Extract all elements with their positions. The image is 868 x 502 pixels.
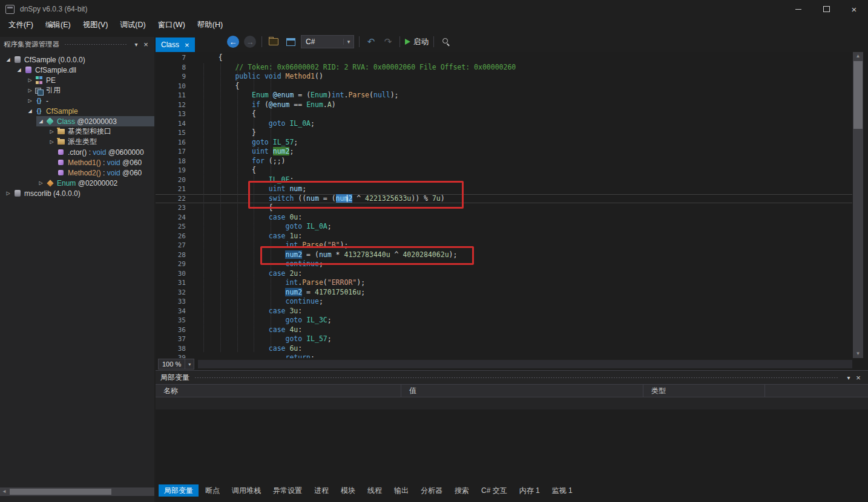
collapsed-icon[interactable]: ▷ [36,180,45,186]
code-line-33[interactable]: 33 continue; [156,297,852,307]
bottom-tab[interactable]: 模块 [335,484,361,497]
collapsed-icon[interactable]: ▷ [47,139,56,145]
code-line-24[interactable]: 24 case 0u: [156,213,852,223]
tab-close-icon[interactable]: × [185,41,189,49]
expanded-icon[interactable]: ◢ [25,108,35,114]
bottom-tab[interactable]: 监视 1 [547,484,578,497]
collapsed-icon[interactable]: ▷ [47,129,56,134]
code-line-29[interactable]: 29 continue; [156,259,852,269]
bottom-tab[interactable]: 断点 [200,484,225,497]
code-line-7[interactable]: 7 { [156,53,852,63]
code-line-17[interactable]: 17 uint num2; [156,147,852,157]
bottom-tab[interactable]: 输出 [389,484,414,497]
undo-button[interactable]: ↶ [364,34,378,49]
close-button[interactable]: × [840,0,868,18]
bottom-tab[interactable]: 内存 1 [514,484,545,497]
collapsed-icon[interactable]: ▷ [25,98,35,103]
code-line-26[interactable]: 26 case 1u: [156,232,852,241]
tree-item[interactable]: ▷基类型和接口 [0,126,154,137]
sidebar-horizontal-scrollbar[interactable]: ◄ ► [0,487,154,496]
menu-item[interactable]: 窗口(W) [152,18,191,31]
code-editor[interactable]: 7 {8 // Token: 0x06000002 RID: 2 RVA: 0x… [156,52,868,358]
code-line-21[interactable]: 21 uint num; [156,184,852,194]
code-line-30[interactable]: 30 case 2u: [156,269,852,279]
bottom-tab[interactable]: 线程 [362,484,387,497]
bottom-tab[interactable]: 调用堆栈 [226,484,266,497]
tree-item[interactable]: ▷PE [0,75,154,85]
maximize-button[interactable] [812,0,840,18]
panel-menu-button[interactable]: ▾ [131,41,141,48]
menu-item[interactable]: 文件(F) [2,18,39,31]
code-line-18[interactable]: 18 for (;;) [156,157,852,166]
code-line-31[interactable]: 31 int.Parse("ERROR"); [156,278,852,288]
menu-item[interactable]: 调试(D) [114,18,151,31]
code-line-35[interactable]: 35 goto IL_3C; [156,316,852,325]
menu-item[interactable]: 视图(V) [77,18,114,31]
locals-body[interactable] [156,409,868,484]
search-button[interactable] [439,34,452,49]
language-select[interactable]: C# ▾ [301,35,354,48]
expanded-icon[interactable]: ◢ [15,67,24,73]
code-line-8[interactable]: 8 // Token: 0x06000002 RID: 2 RVA: 0x000… [156,63,852,73]
code-line-12[interactable]: 12 if (@enum == Enum.A) [156,100,852,110]
forward-button[interactable]: → [243,34,257,49]
tree-item[interactable]: ▷引用 [0,85,154,96]
code-line-20[interactable]: 20 IL_0F: [156,175,852,185]
new-window-button[interactable] [284,34,297,49]
tree-item[interactable]: ▷mscorlib (4.0.0.0) [0,188,154,198]
back-button[interactable]: ← [226,34,240,49]
locals-close-button[interactable]: × [853,373,863,382]
tree-item[interactable]: ◢Class @02000003 [0,116,154,126]
scrollbar-thumb[interactable] [853,61,863,129]
tree-item[interactable]: Method2() : void @060 [0,168,154,178]
locals-menu-button[interactable]: ▾ [844,374,853,381]
code-line-22[interactable]: 22 switch ((num = (num2 ^ 4221325633u)) … [156,194,852,204]
code-line-34[interactable]: 34 case 3u: [156,307,852,316]
redo-button[interactable]: ↷ [381,34,395,49]
code-line-13[interactable]: 13 { [156,109,852,119]
tree-item[interactable]: ▷{}- [0,96,154,106]
tree-item[interactable]: ▷派生类型 [0,137,154,147]
scroll-left-icon[interactable]: ◄ [0,487,8,496]
tree-item[interactable]: ◢{}CfSample [0,106,154,116]
locals-column-header[interactable]: 名称 [156,385,401,397]
editor-vertical-scrollbar[interactable]: ▲ ▼ [853,52,863,358]
open-file-button[interactable] [267,34,280,49]
code-line-39[interactable]: 39 return; [156,353,852,358]
code-line-32[interactable]: 32 num2 = 4170175016u; [156,288,852,298]
bottom-tab[interactable]: 进程 [309,484,334,497]
start-debug-button[interactable]: 启动 [405,34,429,49]
editor-horizontal-scrollbar[interactable] [198,360,852,368]
code-line-36[interactable]: 36 case 4u: [156,325,852,335]
collapsed-icon[interactable]: ▷ [25,77,35,83]
code-line-25[interactable]: 25 goto IL_0A; [156,222,852,232]
menu-item[interactable]: 编辑(E) [39,18,77,31]
code-line-10[interactable]: 10 { [156,82,852,91]
collapsed-icon[interactable]: ▷ [4,191,13,196]
locals-column-header[interactable]: 类型 [643,385,765,397]
code-line-9[interactable]: 9 public void Method1() [156,72,852,82]
code-line-14[interactable]: 14 goto IL_0A; [156,119,852,129]
tree-item[interactable]: ◢CfSample.dll [0,65,154,75]
scrollbar-thumb[interactable] [10,489,111,495]
bottom-tab[interactable]: C# 交互 [476,484,513,497]
code-line-19[interactable]: 19 { [156,166,852,175]
code-line-15[interactable]: 15 } [156,128,852,138]
locals-column-header[interactable]: 值 [401,385,643,397]
bottom-tab[interactable]: 异常设置 [268,484,307,497]
code-line-23[interactable]: 23 { [156,203,852,213]
scroll-up-icon[interactable]: ▲ [853,52,863,60]
zoom-select[interactable]: 100 % ▾ [158,359,194,370]
bottom-tab[interactable]: 局部变量 [159,484,199,497]
tree-item[interactable]: ▷Enum @02000002 [0,178,154,188]
code-line-28[interactable]: 28 num2 = (num * 4132783440u ^ 402028406… [156,250,852,260]
code-line-16[interactable]: 16 goto IL_57; [156,138,852,148]
tab-class[interactable]: Class × [156,37,195,52]
bottom-tab[interactable]: 分析器 [415,484,448,497]
expanded-icon[interactable]: ◢ [4,57,13,62]
tree-item[interactable]: Method1() : void @060 [0,157,154,168]
expanded-icon[interactable]: ◢ [36,119,45,124]
code-line-38[interactable]: 38 case 6u: [156,344,852,354]
code-line-27[interactable]: 27 int.Parse("B"); [156,241,852,250]
bottom-tab[interactable]: 搜索 [449,484,475,497]
